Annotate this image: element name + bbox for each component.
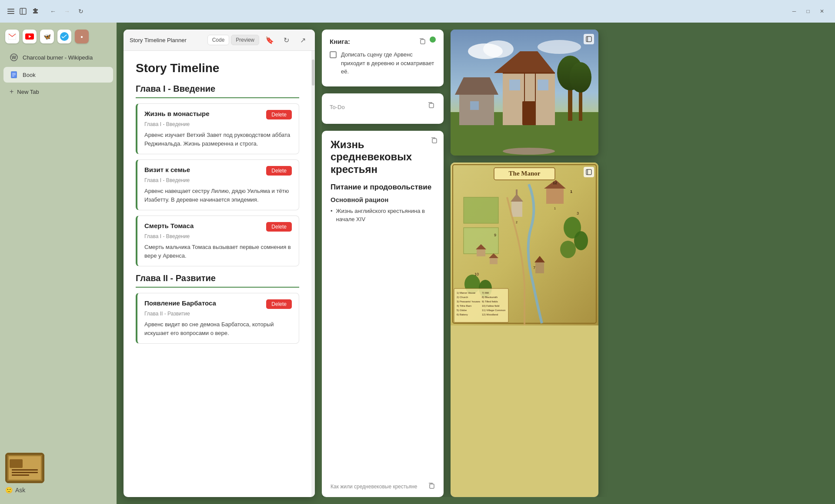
event-card-barbatos: Появление Барбатоса Delete Глава II - Ра… bbox=[136, 293, 299, 344]
event-desc-2: Арвенс навещает сестру Лилию, дядю Уилья… bbox=[144, 187, 292, 204]
event-title-2: Визит к семье bbox=[144, 166, 190, 173]
plus-icon: + bbox=[10, 88, 13, 96]
svg-text:4) Tithe Barn: 4) Tithe Barn bbox=[457, 305, 471, 307]
delete-button-1[interactable]: Delete bbox=[266, 110, 292, 119]
youtube-favicon[interactable] bbox=[23, 30, 37, 43]
svg-text:7: 7 bbox=[533, 265, 535, 270]
sidebar-icon[interactable] bbox=[19, 7, 27, 15]
forward-button[interactable]: → bbox=[61, 5, 73, 17]
images-column: The Manor 1 bbox=[451, 30, 598, 497]
medieval-section: Основной рацион bbox=[331, 196, 435, 203]
svg-text:3: 3 bbox=[577, 211, 579, 216]
expand-icon[interactable]: ↗ bbox=[297, 34, 309, 46]
scrollbar[interactable] bbox=[311, 51, 315, 497]
svg-point-29 bbox=[483, 40, 514, 58]
svg-text:7) Mill: 7) Mill bbox=[482, 292, 489, 294]
notes-column: Книга: Доп bbox=[322, 30, 444, 497]
wikipedia-icon: W bbox=[10, 53, 18, 62]
svg-rect-24 bbox=[429, 103, 434, 108]
map-container: The Manor 1 bbox=[451, 162, 598, 497]
note-header: Книга: bbox=[330, 36, 436, 46]
event-header-4: Появление Барбатоса Delete bbox=[144, 299, 292, 309]
svg-point-46 bbox=[570, 62, 591, 93]
delete-button-4[interactable]: Delete bbox=[266, 299, 292, 309]
medieval-footer: Как жили средневековые крестьяне bbox=[331, 482, 435, 491]
medieval-copy-icon[interactable] bbox=[431, 137, 438, 146]
copy-icon[interactable] bbox=[418, 36, 427, 46]
svg-rect-26 bbox=[430, 484, 434, 488]
sidebar-item-charcoal[interactable]: W Charcoal burner - Wikipedia bbox=[3, 50, 113, 65]
svg-rect-61 bbox=[516, 189, 518, 198]
close-button[interactable]: ✕ bbox=[816, 5, 828, 17]
ask-button[interactable]: 🙂 Ask bbox=[5, 487, 111, 494]
todo-checkbox[interactable] bbox=[330, 51, 337, 58]
svg-text:5) Globe: 5) Globe bbox=[457, 309, 467, 312]
event-card-visit: Визит к семье Delete Глава I - Введение … bbox=[136, 159, 299, 210]
svg-rect-2 bbox=[7, 13, 14, 14]
back-button[interactable]: ← bbox=[47, 5, 59, 17]
svg-rect-59 bbox=[511, 202, 522, 217]
timeline-content[interactable]: Story Timeline Глава I - Введение Жизнь … bbox=[124, 51, 311, 497]
todo-header: To-Do bbox=[330, 100, 436, 110]
delete-button-2[interactable]: Delete bbox=[266, 166, 292, 176]
maximize-button[interactable]: □ bbox=[802, 5, 814, 17]
svg-text:10: 10 bbox=[474, 272, 479, 276]
svg-text:1: 1 bbox=[570, 189, 572, 194]
refresh-panel-icon[interactable]: ↻ bbox=[280, 34, 292, 46]
event-desc-4: Арвенс видит во сне демона Барбатоса, ко… bbox=[144, 320, 292, 337]
book-thumbnail[interactable] bbox=[5, 453, 44, 483]
svg-text:The Manor: The Manor bbox=[509, 170, 541, 177]
note-icons bbox=[418, 36, 436, 46]
event-chapter-3: Глава I - Введение bbox=[144, 233, 292, 239]
svg-point-73 bbox=[560, 241, 576, 258]
svg-rect-3 bbox=[20, 8, 26, 14]
svg-rect-93 bbox=[586, 169, 591, 175]
svg-rect-20 bbox=[12, 469, 38, 471]
preview-button[interactable]: Preview bbox=[231, 35, 259, 45]
extra-favicon[interactable]: ● bbox=[75, 30, 89, 43]
checkbox-item: Дописать сцену где Арвенс приходит в дер… bbox=[330, 50, 436, 76]
browser-body: 🦋 ● W Charcoal burner - Wikipedia bbox=[0, 23, 835, 504]
sidebar-item-book[interactable]: Book bbox=[3, 67, 113, 83]
panel-buttons: Code Preview bbox=[207, 35, 259, 45]
svg-rect-1 bbox=[7, 11, 14, 12]
ask-label: Ask bbox=[15, 487, 25, 494]
bluesky-favicon[interactable]: 🦋 bbox=[40, 30, 54, 43]
medieval-item-1: • Жизнь английского крестьянина в начале… bbox=[331, 207, 435, 224]
svg-text:3) Peasants' houses: 3) Peasants' houses bbox=[457, 300, 480, 303]
event-header-3: Смерть Томаса Delete bbox=[144, 222, 292, 232]
todo-label: To-Do bbox=[330, 104, 345, 110]
svg-text:2: 2 bbox=[516, 221, 518, 224]
svg-rect-25 bbox=[432, 139, 437, 143]
svg-text:10) Fallow field: 10) Fallow field bbox=[482, 305, 499, 307]
window-controls: ─ □ ✕ bbox=[788, 5, 828, 17]
sidebar-charcoal-label: Charcoal burner - Wikipedia bbox=[23, 54, 93, 61]
event-chapter-2: Глава I - Введение bbox=[144, 177, 292, 183]
bullet-icon: • bbox=[331, 207, 333, 224]
medieval-footer-icon[interactable] bbox=[428, 482, 435, 491]
checkbox-text: Дописать сцену где Арвенс приходит в дер… bbox=[341, 50, 436, 76]
event-card-monastery: Жизнь в монастыре Delete Глава I - Введе… bbox=[136, 103, 299, 154]
todo-copy-icon[interactable] bbox=[426, 100, 436, 110]
svg-rect-67 bbox=[535, 262, 544, 273]
telegram-favicon[interactable] bbox=[57, 30, 71, 43]
event-desc-1: Арвенс изучает Ветхий Завет под руководс… bbox=[144, 131, 292, 148]
refresh-button[interactable]: ↻ bbox=[75, 5, 87, 17]
svg-rect-22 bbox=[12, 474, 29, 476]
extensions-icon[interactable] bbox=[31, 7, 39, 15]
village-panel-icon[interactable] bbox=[584, 34, 594, 44]
medieval-card: Жизнь средневековых крестьян Питание и п… bbox=[322, 131, 444, 497]
minimize-button[interactable]: ─ bbox=[788, 5, 800, 17]
delete-button-3[interactable]: Delete bbox=[266, 222, 292, 232]
new-tab-button[interactable]: + New Tab bbox=[3, 84, 113, 99]
sidebar-book-label: Book bbox=[23, 72, 36, 78]
bookmark-icon[interactable]: 🔖 bbox=[264, 34, 276, 46]
ask-emoji: 🙂 bbox=[5, 487, 13, 494]
svg-text:12: 12 bbox=[553, 181, 557, 185]
map-panel-icon[interactable] bbox=[584, 167, 594, 177]
code-button[interactable]: Code bbox=[207, 35, 230, 45]
svg-rect-34 bbox=[509, 80, 520, 90]
gmail-favicon[interactable] bbox=[5, 30, 19, 43]
title-bar: ← → ↻ ─ □ ✕ bbox=[0, 0, 835, 23]
menu-icon[interactable] bbox=[7, 7, 15, 15]
